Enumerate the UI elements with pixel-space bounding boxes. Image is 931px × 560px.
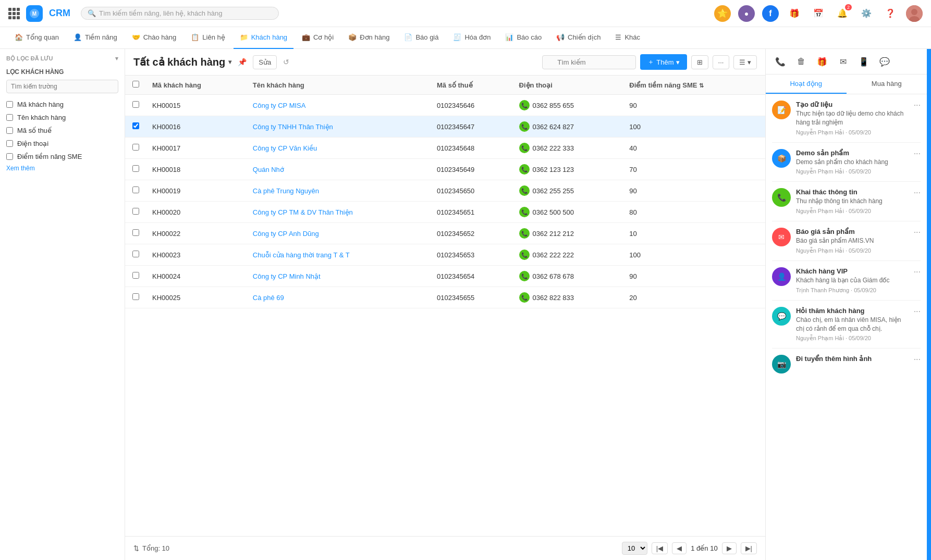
activity-more-button[interactable]: ··· xyxy=(914,307,921,342)
filter-checkbox[interactable] xyxy=(6,140,13,147)
nav-chien-dich[interactable]: 📢 Chiến dịch xyxy=(550,27,607,49)
row-checkbox[interactable] xyxy=(132,165,139,172)
activity-more-button[interactable]: ··· xyxy=(914,188,921,215)
edit-button[interactable]: Sửa xyxy=(253,55,277,69)
row-checkbox[interactable] xyxy=(132,101,139,108)
settings-icon[interactable]: ⚙️ xyxy=(858,5,875,22)
row-checkbox-cell[interactable] xyxy=(125,223,146,244)
activity-more-button[interactable]: ··· xyxy=(914,149,921,176)
more-options-button[interactable]: ··· xyxy=(713,55,730,69)
see-more-link[interactable]: Xem thêm xyxy=(6,165,35,172)
row-checkbox[interactable] xyxy=(132,272,139,279)
apps-icon[interactable] xyxy=(8,8,20,19)
saved-filters-title[interactable]: BỘ LỌC ĐÃ LƯU ▾ xyxy=(6,55,118,62)
nav-khac[interactable]: ☰ Khác xyxy=(609,27,646,49)
customer-link[interactable]: Cà phê Trung Nguyên xyxy=(253,187,319,195)
filter-search-input[interactable] xyxy=(6,80,118,93)
rp-call-icon[interactable]: 📱 xyxy=(855,53,872,70)
customer-link[interactable]: Công ty CP Văn Kiều xyxy=(253,144,317,152)
filter-checkbox[interactable] xyxy=(6,153,13,160)
select-all-header[interactable] xyxy=(125,76,146,95)
filter-checkbox[interactable] xyxy=(6,127,13,134)
refresh-icon[interactable]: ↺ xyxy=(283,58,289,66)
nav-khach-hang[interactable]: 📁 Khách hàng xyxy=(234,27,293,49)
activity-content: Đi tuyển thêm hình ảnh xyxy=(796,355,909,374)
row-checkbox-cell[interactable] xyxy=(125,287,146,308)
row-checkbox[interactable] xyxy=(132,144,139,151)
title-dropdown-arrow[interactable]: ▾ xyxy=(228,58,231,66)
row-checkbox[interactable] xyxy=(132,186,139,193)
customer-link[interactable]: Công ty CP Minh Nhật xyxy=(253,272,321,280)
facebook-icon[interactable]: f xyxy=(762,5,779,22)
notification-icon[interactable]: 🔔 2 xyxy=(834,5,851,22)
nav-chao-hang[interactable]: 🤝 Chào hàng xyxy=(126,27,183,49)
nav-lien-he[interactable]: 📋 Liên hệ xyxy=(185,27,231,49)
customer-link[interactable]: Công ty CP Anh Dũng xyxy=(253,230,319,238)
nav-don-hang[interactable]: 📦 Đơn hàng xyxy=(342,27,396,49)
row-checkbox[interactable] xyxy=(132,229,139,236)
rp-email-icon[interactable]: ✉ xyxy=(835,53,851,70)
row-checkbox-cell[interactable] xyxy=(125,266,146,287)
rp-phone-icon[interactable]: 📞 xyxy=(772,53,789,70)
customer-link[interactable]: Quán Nhớ xyxy=(253,166,284,173)
nav-label: Khác xyxy=(624,33,640,41)
tab-mua-hang[interactable]: Mua hàng xyxy=(847,74,927,94)
activity-more-button[interactable]: ··· xyxy=(914,267,921,294)
row-checkbox-cell[interactable] xyxy=(125,180,146,202)
tab-hoat-dong[interactable]: Hoạt động xyxy=(766,74,847,94)
list-view-button[interactable]: ☰ ▾ xyxy=(733,55,757,69)
activity-more-button[interactable]: ··· xyxy=(914,355,921,374)
help-icon[interactable]: ● xyxy=(738,5,755,22)
rp-task-icon[interactable]: 🗑 xyxy=(793,53,810,70)
activity-more-button[interactable]: ··· xyxy=(914,101,921,136)
row-checkbox[interactable] xyxy=(132,122,139,129)
row-checkbox[interactable] xyxy=(132,208,139,215)
filter-ten-khach-hang[interactable]: Tên khách hàng xyxy=(6,111,118,123)
pin-icon[interactable]: 📌 xyxy=(238,58,247,66)
nav-bao-cao[interactable]: 📊 Báo cáo xyxy=(499,27,548,49)
row-checkbox-cell[interactable] xyxy=(125,159,146,180)
filter-icon[interactable]: ⇅ xyxy=(133,544,139,552)
filter-ma-khach-hang[interactable]: Mã khách hàng xyxy=(6,98,118,110)
filter-dien-thoai[interactable]: Điện thoại xyxy=(6,138,118,150)
add-button[interactable]: ＋ Thêm ▾ xyxy=(640,54,687,70)
row-checkbox-cell[interactable] xyxy=(125,95,146,116)
customer-link[interactable]: Công ty TNHH Thân Thiện xyxy=(253,123,333,131)
calendar-icon[interactable]: 📅 xyxy=(810,5,827,22)
gift-icon[interactable]: 🎁 xyxy=(786,5,803,22)
prev-page-button[interactable]: ◀ xyxy=(672,542,687,554)
row-checkbox[interactable] xyxy=(132,293,139,300)
star-icon[interactable]: ⭐ xyxy=(714,5,731,22)
table-search-input[interactable] xyxy=(542,55,636,69)
global-search[interactable]: 🔍 Tìm kiếm tiềm năng, liên hệ, khách hàn… xyxy=(81,7,279,20)
customer-link[interactable]: Công ty CP TM & DV Thân Thiện xyxy=(253,208,353,216)
nav-hoa-don[interactable]: 🧾 Hóa đơn xyxy=(447,27,497,49)
question-icon[interactable]: ❓ xyxy=(882,5,899,22)
row-checkbox-cell[interactable] xyxy=(125,138,146,159)
next-page-button[interactable]: ▶ xyxy=(722,542,737,554)
nav-co-hoi[interactable]: 💼 Cơ hội xyxy=(296,27,340,49)
select-all-checkbox[interactable] xyxy=(132,81,139,88)
rp-gift-icon[interactable]: 🎁 xyxy=(814,53,830,70)
customer-link[interactable]: Cà phê 69 xyxy=(253,294,284,302)
filter-checkbox[interactable] xyxy=(6,101,13,108)
grid-view-button[interactable]: ⊞ xyxy=(691,55,708,69)
customer-link[interactable]: Công ty CP MISA xyxy=(253,102,306,109)
customer-link[interactable]: Chuỗi cửa hàng thời trang T & T xyxy=(253,251,350,259)
nav-bao-gia[interactable]: 📄 Báo giá xyxy=(398,27,445,49)
row-checkbox-cell[interactable] xyxy=(125,116,146,138)
nav-tiem-nang[interactable]: 👤 Tiềm năng xyxy=(67,27,124,49)
filter-ma-so-thue[interactable]: Mã số thuế xyxy=(6,125,118,136)
filter-diem-tiem-nang[interactable]: Điểm tiềm năng SME xyxy=(6,151,118,163)
activity-more-button[interactable]: ··· xyxy=(914,228,921,254)
row-checkbox-cell[interactable] xyxy=(125,244,146,266)
last-page-button[interactable]: ▶| xyxy=(741,542,757,554)
rp-chat-icon[interactable]: 💬 xyxy=(876,53,893,70)
page-size-select[interactable]: 10 20 50 xyxy=(622,542,647,555)
nav-tong-quan[interactable]: 🏠 Tổng quan xyxy=(8,27,65,49)
row-checkbox-cell[interactable] xyxy=(125,202,146,223)
row-checkbox[interactable] xyxy=(132,251,139,257)
filter-checkbox[interactable] xyxy=(6,114,13,121)
first-page-button[interactable]: |◀ xyxy=(652,542,668,554)
avatar[interactable] xyxy=(906,5,923,22)
